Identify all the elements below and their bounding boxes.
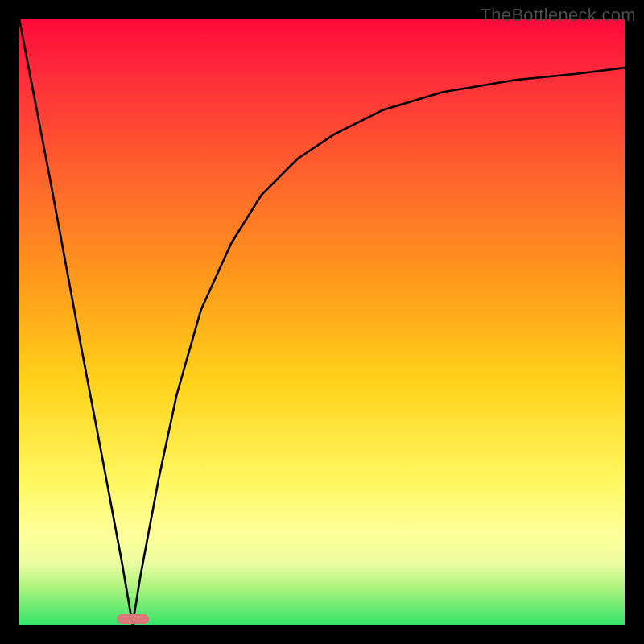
- bottleneck-curve: [19, 19, 625, 625]
- chart-plot-area: [19, 19, 625, 625]
- watermark-text: TheBottleneck.com: [481, 5, 636, 26]
- optimal-point-marker: [117, 614, 149, 624]
